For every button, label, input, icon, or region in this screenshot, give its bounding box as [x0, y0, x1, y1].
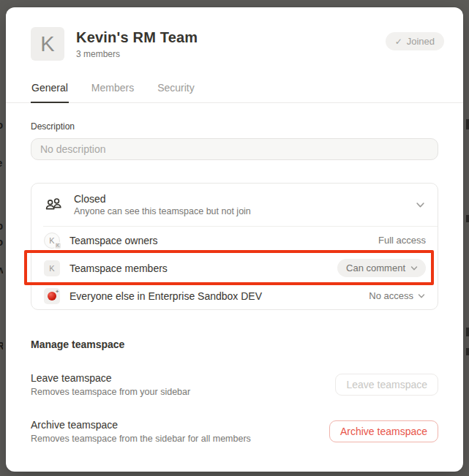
backdrop-artifact [466, 215, 469, 222]
backdrop-text-fragment: o [0, 118, 3, 131]
row-label: Teamspace members [70, 262, 328, 274]
description-input[interactable] [31, 138, 438, 160]
access-level-selector[interactable]: Closed Anyone can see this teamspace but… [31, 184, 438, 226]
sparkle-icon: ✦ [55, 289, 59, 294]
backdrop-overlay: { "header": { "avatar_letter": "K", "tit… [0, 0, 469, 476]
manage-teamspace-heading: Manage teamspace [31, 339, 438, 350]
backdrop-artifact [466, 119, 469, 129]
leave-teamspace-text: Leave teamspace Removes teamspace from y… [31, 372, 335, 397]
backdrop-text-fragment: w [0, 263, 3, 276]
archive-teamspace-button[interactable]: Archive teamspace [329, 420, 438, 443]
access-level-title: Closed [74, 193, 404, 205]
members-avatar: K [44, 260, 60, 276]
backdrop-text-fragment: o [0, 235, 3, 248]
leave-teamspace-subtitle: Removes teamspace from your sidebar [31, 387, 335, 397]
permission-row-owners[interactable]: K K Teamspace owners Full access [31, 227, 438, 254]
dialog-body: Description Closed Anyone can see this t… [6, 103, 463, 444]
teamspace-avatar: K [31, 27, 64, 61]
archive-teamspace-title: Archive teamspace [31, 419, 329, 431]
page-title: Kevin's RM Team [76, 29, 198, 46]
member-count: 3 members [76, 49, 198, 59]
permissions-card: Closed Anyone can see this teamspace but… [31, 183, 438, 310]
members-access-dropdown[interactable]: Can comment [337, 259, 426, 277]
access-level-text: Closed Anyone can see this teamspace but… [74, 193, 404, 216]
teamspace-settings-dialog: K Kevin's RM Team 3 members ✓ Joined Gen… [6, 7, 463, 472]
description-label: Description [31, 121, 438, 132]
leave-teamspace-row: Leave teamspace Removes teamspace from y… [31, 372, 438, 397]
leave-teamspace-button[interactable]: Leave teamspace [335, 374, 438, 396]
owners-avatar-badge: K [54, 242, 61, 249]
title-block: Kevin's RM Team 3 members [76, 27, 198, 59]
workspace-logo-icon: ✦ [44, 288, 60, 304]
everyone-access-dropdown[interactable]: No access [369, 290, 426, 301]
joined-badge-label: Joined [407, 36, 435, 47]
owners-access-level: Full access [378, 235, 426, 246]
access-level-subtitle: Anyone can see this teamspace but not jo… [74, 206, 404, 216]
permission-row-members[interactable]: K Teamspace members Can comment [31, 254, 438, 282]
archive-teamspace-row: Archive teamspace Removes teamspace from… [31, 419, 438, 444]
chevron-down-icon [410, 264, 419, 273]
permission-row-everyone[interactable]: ✦ Everyone else in Enterprise Sandbox DE… [31, 282, 438, 309]
tab-security[interactable]: Security [157, 82, 195, 103]
row-label: Teamspace owners [70, 235, 369, 246]
archive-teamspace-subtitle: Removes teamspace from the sidebar for a… [31, 434, 329, 444]
tab-members[interactable]: Members [91, 82, 135, 103]
chevron-down-icon [415, 200, 426, 211]
backdrop-text-fragment: b [0, 219, 3, 232]
chevron-down-icon [417, 292, 426, 301]
backdrop-text-fragment: e [0, 156, 3, 169]
dialog-header: K Kevin's RM Team 3 members ✓ Joined [6, 7, 463, 61]
tab-bar: General Members Security [6, 82, 463, 103]
row-label: Everyone else in Enterprise Sandbox DEV [70, 290, 359, 302]
everyone-access-value: No access [369, 290, 413, 301]
backdrop-artifact [466, 328, 469, 336]
tab-general[interactable]: General [31, 82, 69, 103]
joined-badge[interactable]: ✓ Joined [386, 32, 444, 50]
backdrop-text-fragment: R [0, 339, 3, 352]
backdrop-artifact [466, 348, 469, 355]
check-icon: ✓ [395, 37, 402, 47]
members-access-value: Can comment [346, 262, 405, 273]
archive-teamspace-text: Archive teamspace Removes teamspace from… [31, 419, 329, 444]
leave-teamspace-title: Leave teamspace [31, 372, 335, 384]
owners-avatar: K K [44, 233, 60, 249]
people-icon [44, 195, 63, 214]
backdrop-text-fragment: t [0, 287, 3, 299]
